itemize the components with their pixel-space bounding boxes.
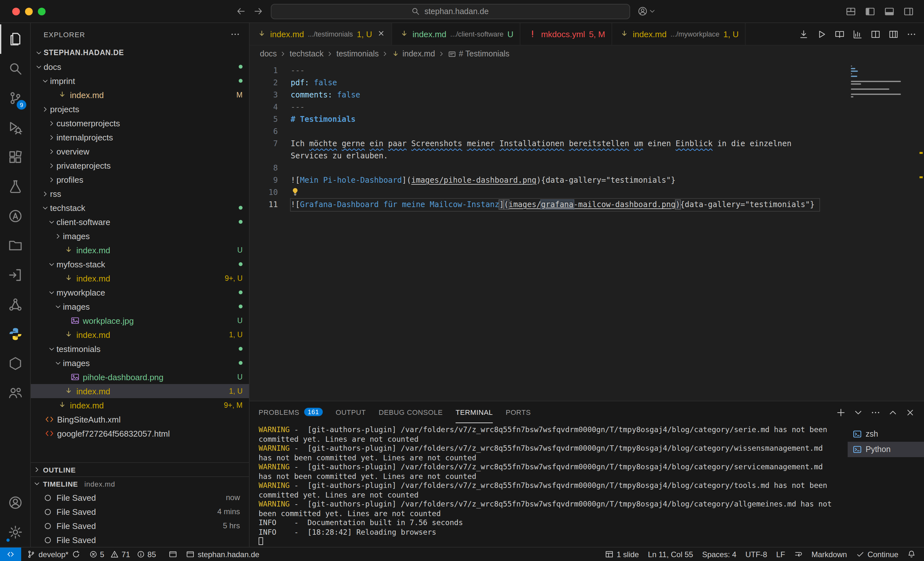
code-line[interactable]: 1--- <box>250 65 846 77</box>
tree-item[interactable]: myworkplace <box>31 285 249 299</box>
tree-item[interactable]: index.md1, U <box>31 384 249 398</box>
timeline-item[interactable]: File Saved <box>31 533 249 547</box>
tree-item[interactable]: testimonials <box>31 342 249 356</box>
tree-item[interactable]: images <box>31 299 249 314</box>
activity-item-testing[interactable] <box>0 172 30 201</box>
tree-item[interactable]: overview <box>31 144 249 159</box>
code-line[interactable]: 4--- <box>250 101 846 114</box>
status-cursor-position[interactable]: Ln 11, Col 55 <box>643 548 698 561</box>
new-terminal-button[interactable] <box>836 407 846 417</box>
columns-layout-icon[interactable] <box>889 29 898 39</box>
breadcrumb-item[interactable]: index.md <box>392 49 435 58</box>
tree-item[interactable]: projects <box>31 102 249 116</box>
tree-item[interactable]: customerprojects <box>31 116 249 130</box>
tree-item[interactable]: profiles <box>31 172 249 187</box>
tree-item[interactable]: privateprojects <box>31 159 249 172</box>
code-line[interactable]: 9![Mein Pi-hole-Dashboard](images/pihole… <box>250 174 846 187</box>
terminal-instance-python[interactable]: Python <box>848 442 924 457</box>
code-line[interactable]: 7Ich möchte gerne ein paar Screenshots m… <box>250 138 846 162</box>
status-notifications[interactable] <box>903 548 920 561</box>
breadcrumb-item[interactable]: docs <box>260 49 277 58</box>
code-line[interactable]: 11![Grafana-Dashboard für meine Mailcow-… <box>250 199 846 211</box>
status-word-wrap-indicator[interactable] <box>790 548 807 561</box>
activity-item-run-and-debug[interactable] <box>0 113 30 142</box>
close-panel-button[interactable] <box>905 407 915 417</box>
minimap[interactable] <box>846 62 918 401</box>
more-actions-icon[interactable] <box>871 407 880 417</box>
tab-mkdocs.yml[interactable]: mkdocs.yml5, M <box>520 23 612 45</box>
tree-item[interactable]: index.mdU <box>31 243 249 257</box>
panel-tab-ports[interactable]: PORTS <box>506 401 531 423</box>
code-line[interactable]: 10 <box>250 187 846 199</box>
code-line[interactable]: 3comments: false <box>250 89 846 101</box>
tab-index.md[interactable]: index.md.../testimonials1, U <box>250 23 392 45</box>
run-icon[interactable] <box>817 29 826 39</box>
activity-item-accounts[interactable] <box>0 488 30 518</box>
status-eol[interactable]: LF <box>772 548 790 561</box>
status-live-server[interactable]: stephan.hadan.de <box>182 548 264 561</box>
panel-tab-problems[interactable]: PROBLEMS161 <box>259 401 323 423</box>
lightbulb-icon[interactable] <box>291 187 300 196</box>
tree-item[interactable]: images <box>31 229 249 243</box>
activity-item-remote-explorer[interactable] <box>0 260 30 290</box>
forward-button[interactable] <box>253 6 263 16</box>
status-indentation[interactable]: Spaces: 4 <box>698 548 741 561</box>
panel-tab-output[interactable]: OUTPUT <box>336 401 366 423</box>
tree-item[interactable]: images <box>31 356 249 370</box>
outline-section-header[interactable]: OUTLINE <box>31 462 249 476</box>
editor[interactable]: 1---2pdf: false3comments: false4---5# Te… <box>250 62 924 401</box>
activity-item-python[interactable] <box>0 319 30 349</box>
split-editor-icon[interactable] <box>871 29 880 39</box>
breadcrumb-item[interactable]: # Testimonials <box>448 49 510 58</box>
tree-item[interactable]: myfoss-stack <box>31 257 249 271</box>
timeline-section-header[interactable]: TIMELINE index.md <box>31 476 249 491</box>
close-icon[interactable] <box>377 29 385 39</box>
toggle-primary-sidebar-icon[interactable] <box>865 6 875 16</box>
breadcrumb-item[interactable]: testimonials <box>336 49 379 58</box>
code-line[interactable]: 2pdf: false <box>250 77 846 89</box>
panel-tab-terminal[interactable]: TERMINAL <box>456 401 493 423</box>
tree-item[interactable]: workplace.jpgU <box>31 314 249 328</box>
terminal-instance-zsh[interactable]: zsh <box>848 426 924 442</box>
activity-item-project-manager[interactable] <box>0 231 30 260</box>
status-editor-indicator[interactable] <box>164 548 182 561</box>
status-remote-indicator[interactable] <box>0 548 21 561</box>
close-window-button[interactable] <box>12 7 20 15</box>
open-preview-icon[interactable] <box>835 29 844 39</box>
tree-item[interactable]: techstack <box>31 200 249 215</box>
status-problems-summary[interactable]: 57185 <box>84 548 164 561</box>
activity-item-live-share[interactable] <box>0 378 30 408</box>
timeline-item[interactable]: File Savednow <box>31 491 249 504</box>
graph-icon[interactable] <box>853 29 862 39</box>
tree-item-root[interactable]: STEPHAN.HADAN.DE <box>31 45 249 60</box>
activity-item-source-control[interactable]: 9 <box>0 83 30 113</box>
code-area[interactable]: 1---2pdf: false3comments: false4---5# Te… <box>250 62 846 401</box>
command-center[interactable]: stephan.hadan.de <box>270 3 630 19</box>
tree-item[interactable]: rss <box>31 187 249 200</box>
minimize-window-button[interactable] <box>25 7 33 15</box>
status-continue-extension[interactable]: Continue <box>852 548 903 561</box>
code-line[interactable]: 6 <box>250 126 846 138</box>
tree-item[interactable]: docs <box>31 60 249 74</box>
code-line[interactable]: 8 <box>250 162 846 174</box>
activity-item-organization[interactable] <box>0 290 30 319</box>
zoom-window-button[interactable] <box>38 7 45 15</box>
status-encoding[interactable]: UTF-8 <box>741 548 772 561</box>
panel-tab-debug-console[interactable]: DEBUG CONSOLE <box>379 401 443 423</box>
toggle-panel-icon[interactable] <box>884 6 894 16</box>
tree-item[interactable]: BingSiteAuth.xml <box>31 412 249 426</box>
activity-item-explorer[interactable] <box>0 24 30 54</box>
status-language-mode[interactable]: Markdown <box>807 548 852 561</box>
terminal-profile-chevron[interactable] <box>854 407 863 417</box>
activity-item-extension-a[interactable] <box>0 201 30 231</box>
customize-layout-icon[interactable] <box>846 6 856 16</box>
profile-menu[interactable] <box>638 6 656 16</box>
tree-item[interactable]: internalprojects <box>31 130 249 144</box>
back-button[interactable] <box>236 6 245 16</box>
terminal-output[interactable]: WARNING - [git-authors-plugin] /var/fold… <box>259 425 836 547</box>
tree-item[interactable]: imprint <box>31 74 249 88</box>
timeline-item[interactable]: File Saved4 mins <box>31 504 249 519</box>
maximize-panel-button[interactable] <box>888 407 898 417</box>
tree-item[interactable]: index.md9+, M <box>31 398 249 412</box>
overview-ruler[interactable] <box>918 62 924 401</box>
